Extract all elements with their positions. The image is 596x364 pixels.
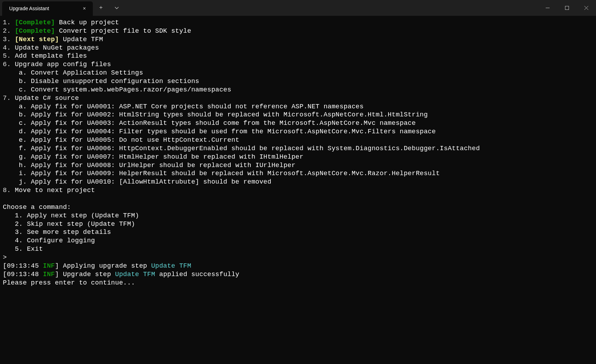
maximize-button[interactable]	[557, 0, 577, 16]
log-line: [09:13:48 INF] Upgrade step Update TFM a…	[3, 270, 593, 279]
step-line: 6. Upgrade app config files	[3, 60, 593, 69]
window-controls	[538, 0, 596, 16]
minimize-button[interactable]	[538, 0, 557, 16]
substep-line: d. Apply fix for UA0004: Filter types sh…	[3, 128, 593, 136]
blank-line	[3, 195, 593, 203]
substep-line: a. Convert Application Settings	[3, 69, 593, 77]
titlebar: Upgrade Assistant ✕ ＋	[0, 0, 596, 16]
step-line: 8. Move to next project	[3, 186, 593, 195]
tab-actions: ＋	[93, 0, 124, 16]
close-window-button[interactable]	[577, 0, 596, 16]
continue-prompt: Please press enter to continue...	[3, 279, 593, 287]
substep-line: e. Apply fix for UA0005: Do not use Http…	[3, 136, 593, 145]
step-line: 5. Add template files	[3, 52, 593, 60]
command-option: 3. See more step details	[3, 228, 593, 237]
substep-line: b. Apply fix for UA0002: HtmlString type…	[3, 111, 593, 119]
substep-line: a. Apply fix for UA0001: ASP.NET Core pr…	[3, 103, 593, 111]
command-option: 5. Exit	[3, 245, 593, 254]
step-line: 2. [Complete] Convert project file to SD…	[3, 27, 593, 36]
command-option: 2. Skip next step (Update TFM)	[3, 220, 593, 229]
substep-line: h. Apply fix for UA0008: UrlHelper shoul…	[3, 161, 593, 170]
substep-line: f. Apply fix for UA0006: HttpContext.Deb…	[3, 145, 593, 153]
tab-dropdown-button[interactable]	[109, 6, 124, 10]
step-line: 1. [Complete] Back up project	[3, 19, 593, 27]
substep-line: b. Disable unsupported configuration sec…	[3, 77, 593, 86]
new-tab-button[interactable]: ＋	[93, 4, 109, 12]
substep-line: g. Apply fix for UA0007: HtmlHelper shou…	[3, 153, 593, 161]
prompt-line: >	[3, 254, 593, 262]
substep-line: c. Convert system.web.webPages.razor/pag…	[3, 86, 593, 94]
step-line: 4. Update NuGet packages	[3, 44, 593, 52]
close-tab-icon[interactable]: ✕	[81, 5, 88, 12]
step-line: 3. [Next step] Update TFM	[3, 36, 593, 44]
substep-line: i. Apply fix for UA0009: HelperResult sh…	[3, 170, 593, 178]
substep-line: c. Apply fix for UA0003: ActionResult ty…	[3, 119, 593, 128]
substep-line: j. Apply fix for UA0010: [AllowHtmlAttru…	[3, 178, 593, 186]
tab-title: Upgrade Assistant	[9, 5, 49, 12]
terminal-output[interactable]: 1. [Complete] Back up project2. [Complet…	[0, 16, 596, 290]
command-option: 1. Apply next step (Update TFM)	[3, 212, 593, 220]
log-line: [09:13:45 INF] Applying upgrade step Upd…	[3, 262, 593, 270]
step-line: 7. Update C# source	[3, 94, 593, 103]
svg-rect-1	[565, 6, 569, 10]
command-option: 4. Configure logging	[3, 237, 593, 245]
terminal-tab[interactable]: Upgrade Assistant ✕	[2, 1, 93, 16]
command-header: Choose a command:	[3, 203, 593, 212]
